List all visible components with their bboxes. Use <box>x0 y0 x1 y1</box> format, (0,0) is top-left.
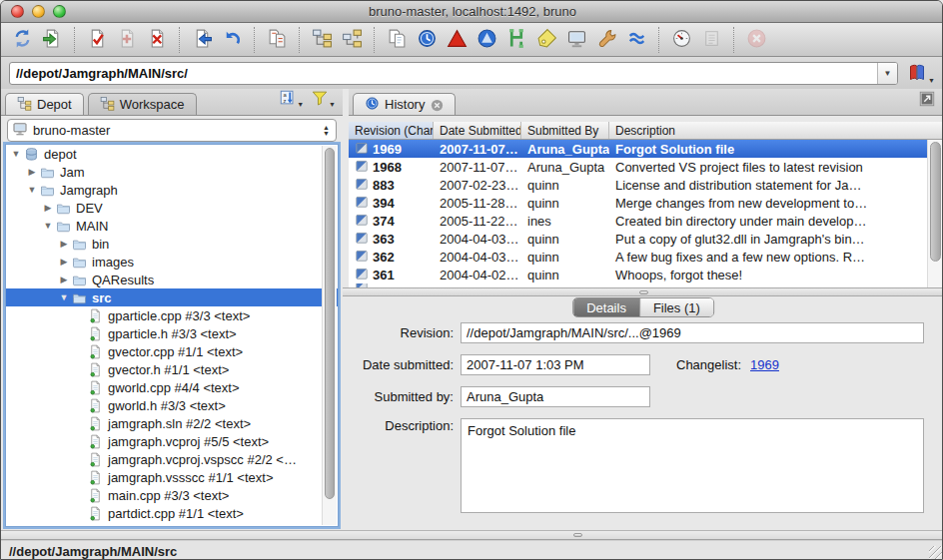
copy-button[interactable] <box>383 26 411 54</box>
tree-item-images[interactable]: ▶images <box>6 253 338 271</box>
tab-depot[interactable]: Depot <box>5 93 84 115</box>
branch-view-button[interactable] <box>502 26 530 54</box>
history-scrollbar-thumb[interactable] <box>930 142 941 262</box>
submitted-by-field[interactable] <box>461 386 650 407</box>
tab-workspace[interactable]: Workspace <box>88 93 197 115</box>
tree-item-jamgraph.vcproj[interactable]: jamgraph.vcproj #5/5 <text> <box>6 432 338 450</box>
history-row-883[interactable]: 8832007-02-23…quinnLicense and distribut… <box>349 176 943 194</box>
checkout-button[interactable] <box>83 26 111 54</box>
disclosure-triangle-icon[interactable]: ▶ <box>58 275 70 284</box>
date-submitted-field[interactable] <box>461 354 650 375</box>
administration-button[interactable] <box>592 26 620 54</box>
description-cell: License and distribution statement for J… <box>609 178 943 193</box>
streams-button[interactable] <box>622 26 650 54</box>
timelapse-view-button[interactable] <box>413 26 441 54</box>
tree-scrollbar[interactable] <box>322 146 337 525</box>
tree-item-gvector.cpp[interactable]: gvector.cpp #1/1 <text> <box>6 342 338 360</box>
history-row-361[interactable]: 3612004-04-02…quinnWhoops, forgot these! <box>349 266 943 283</box>
integrate-button[interactable] <box>308 26 336 54</box>
column-header-date-submitted[interactable]: Date Submitted <box>434 122 521 139</box>
tree-item-src[interactable]: ▼src <box>6 288 338 306</box>
revision-graph-button[interactable] <box>443 26 471 54</box>
submit-button[interactable] <box>188 26 216 54</box>
label-button[interactable] <box>532 26 560 54</box>
tree-item-depot[interactable]: ▼depot <box>6 145 338 163</box>
tree-item-jamgraph.vssscc[interactable]: jamgraph.vssscc #1/1 <text> <box>6 468 338 486</box>
workspace-selector[interactable]: bruno-master ▲▼ <box>7 119 337 142</box>
tree-item-gparticle.cpp[interactable]: gparticle.cpp #3/3 <text> <box>6 306 338 324</box>
stop-button[interactable] <box>742 26 770 54</box>
disclosure-triangle-icon[interactable]: ▶ <box>58 239 70 249</box>
history-row-394[interactable]: 3942005-11-28…quinnMerge changes from ne… <box>349 194 943 212</box>
column-header-description[interactable]: Description <box>609 122 943 139</box>
merge-tool-button[interactable] <box>472 26 500 54</box>
tree-item-main.cpp[interactable]: main.cpp #3/3 <text> <box>6 486 338 504</box>
tree-item-gworld.cpp[interactable]: gworld.cpp #4/4 <text> <box>6 378 338 396</box>
tree-item-partdict.cpp[interactable]: partdict.cpp #1/1 <text> <box>6 504 338 522</box>
tree-item-gworld.h[interactable]: gworld.h #3/3 <text> <box>6 396 338 414</box>
tree-item-MAIN[interactable]: ▼MAIN <box>6 217 338 235</box>
history-scrollbar[interactable] <box>927 140 943 287</box>
minimize-window-button[interactable] <box>32 5 45 18</box>
description-field[interactable]: Forgot Solution file <box>461 418 924 513</box>
disclosure-triangle-icon[interactable]: ▶ <box>26 167 38 177</box>
disclosure-triangle-icon[interactable]: ▼ <box>42 221 54 231</box>
details-status-splitter[interactable] <box>1 530 943 540</box>
tree-item-gparticle.h[interactable]: gparticle.h #3/3 <text> <box>6 324 338 342</box>
history-row-374[interactable]: 3742005-11-22…inesCreated bin directory … <box>349 212 943 230</box>
diff-button[interactable] <box>263 26 291 54</box>
history-row-1968[interactable]: 19682007-11-07…Aruna_GuptaConverted VS p… <box>349 158 943 176</box>
filter-button[interactable]: ▼ <box>311 89 336 110</box>
revision-field[interactable] <box>461 322 924 343</box>
history-row-363[interactable]: 3632004-04-03…quinnPut a copy of glut32.… <box>349 230 943 248</box>
tab-details[interactable]: Details <box>573 298 639 316</box>
address-dropdown-arrow-icon[interactable]: ▼ <box>877 63 897 84</box>
changelist-link[interactable]: 1969 <box>750 357 779 372</box>
tree-item-Jamgraph[interactable]: ▼Jamgraph <box>6 181 338 199</box>
dashboard-button[interactable] <box>667 26 695 54</box>
timelapse-view-icon <box>417 28 438 52</box>
tree-scrollbar-thumb[interactable] <box>325 148 335 499</box>
tree-item-jamgraph.sln[interactable]: jamgraph.sln #2/2 <text> <box>6 414 338 432</box>
tree-item-gvector.h[interactable]: gvector.h #1/1 <text> <box>6 360 338 378</box>
stepper-arrows-icon[interactable]: ▲▼ <box>323 125 332 137</box>
branch-button[interactable] <box>338 26 366 54</box>
column-header-revision[interactable]: Revision (Char ▼ <box>349 122 434 139</box>
history-row-1969[interactable]: 19692007-11-07…Aruna_GuptaForgot Solutio… <box>349 140 943 158</box>
bookmarks-button[interactable]: ▼ <box>906 62 936 86</box>
column-header-submitted-by[interactable]: Submitted By <box>521 122 609 139</box>
splitter-handle[interactable] <box>639 290 648 294</box>
disclosure-triangle-icon[interactable]: ▶ <box>42 203 54 213</box>
depot-icon <box>22 146 40 162</box>
zoom-window-button[interactable] <box>53 5 66 18</box>
history-row-362[interactable]: 3622004-04-03…quinnA few bug fixes and a… <box>349 248 943 266</box>
refresh-button[interactable] <box>8 26 36 54</box>
title-bar[interactable]: bruno-master, localhost:1492, bruno <box>1 1 943 23</box>
sort-button[interactable]: az ▼ <box>279 89 304 110</box>
disclosure-triangle-icon[interactable]: ▼ <box>26 185 38 195</box>
tab-close-icon[interactable] <box>430 98 444 112</box>
tab-files[interactable]: Files (1) <box>639 298 713 316</box>
tree-item-Jam[interactable]: ▶Jam <box>6 163 338 181</box>
disclosure-triangle-icon[interactable]: ▼ <box>10 149 22 159</box>
revert-button[interactable] <box>218 26 246 54</box>
tree-item-DEV[interactable]: ▶DEV <box>6 199 338 217</box>
get-latest-button[interactable] <box>38 26 66 54</box>
disclosure-triangle-icon[interactable]: ▶ <box>58 257 70 267</box>
log-button[interactable] <box>697 26 725 54</box>
history-details-splitter[interactable] <box>343 287 943 296</box>
address-input[interactable] <box>10 63 877 84</box>
tree-item-QAResults[interactable]: ▶QAResults <box>6 271 338 288</box>
resize-grip[interactable] <box>929 546 943 560</box>
address-combo[interactable]: ▼ <box>9 62 898 85</box>
mark-for-add-button[interactable] <box>113 26 141 54</box>
tree-item-bin[interactable]: ▶bin <box>6 235 338 253</box>
close-window-button[interactable] <box>11 5 24 18</box>
splitter-handle[interactable] <box>573 533 582 537</box>
detach-pane-button[interactable] <box>918 90 936 111</box>
tree-item-jamgraph.vcproj.vspscc[interactable]: jamgraph.vcproj.vspscc #2/2 <… <box>6 450 338 468</box>
mark-for-delete-button[interactable] <box>143 26 171 54</box>
workspaces-button[interactable] <box>562 26 590 54</box>
disclosure-triangle-icon[interactable]: ▼ <box>58 292 70 302</box>
tab-history[interactable]: History <box>353 93 456 115</box>
